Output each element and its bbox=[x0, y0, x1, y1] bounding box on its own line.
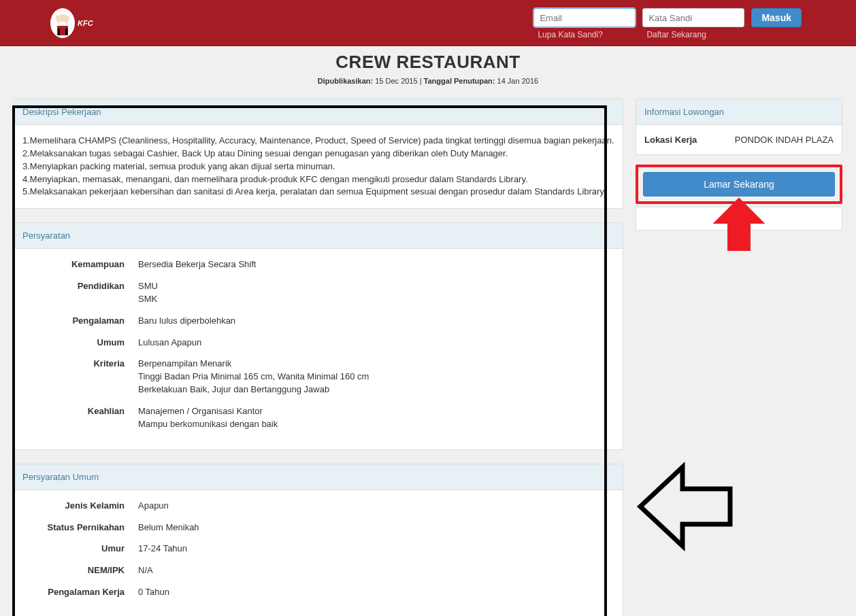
requirement-value: Berpenampilan MenarikTinggi Badan Pria M… bbox=[138, 358, 614, 396]
requirement-row: KriteriaBerpenampilan MenarikTinggi Bada… bbox=[22, 358, 614, 396]
svg-rect-4 bbox=[58, 29, 60, 35]
job-description-heading: Deskripsi Pekerjaan bbox=[14, 99, 623, 125]
requirement-label: Keahlian bbox=[22, 405, 138, 431]
requirement-value: 0 Tahun bbox=[138, 586, 614, 599]
sidebar: Informasi Lowongan Lokasi Kerja PONDOK I… bbox=[636, 99, 842, 230]
job-info-heading: Informasi Lowongan bbox=[636, 99, 842, 125]
requirements-body: KemampuanBersedia Bekerja Secara ShiftPe… bbox=[14, 249, 623, 449]
site-header: KFC Masuk Lupa Kata Sandi? Daftar Sekara… bbox=[0, 0, 856, 46]
publication-line: Dipublikasikan: 15 Dec 2015 | Tanggal Pe… bbox=[0, 77, 856, 85]
requirement-label: NEM/IPK bbox=[22, 564, 138, 577]
page-title: CREW RESTAURANT bbox=[0, 52, 856, 73]
forgot-password-link[interactable]: Lupa Kata Sandi? bbox=[533, 30, 636, 39]
requirement-label: Status Pernikahan bbox=[22, 521, 138, 534]
requirement-row: KemampuanBersedia Bekerja Secara Shift bbox=[22, 258, 614, 271]
requirement-row: NEM/IPKN/A bbox=[22, 564, 614, 577]
description-line: 4.Menyiapkan, memasak, menangani, dan me… bbox=[22, 173, 614, 186]
requirement-label: Jenis Kelamin bbox=[22, 500, 138, 513]
requirement-value: Manajemen / Organisasi KantorMampu berko… bbox=[138, 405, 614, 431]
requirement-value: SMUSMK bbox=[138, 280, 614, 306]
requirement-value: Lulusan Apapun bbox=[138, 337, 614, 349]
job-description-body: 1.Memelihara CHAMPS (Cleanliness, Hospit… bbox=[14, 125, 623, 208]
kfc-logo[interactable]: KFC bbox=[48, 5, 94, 41]
general-requirements-panel: Persyaratan Umum Jenis KelaminApapunStat… bbox=[14, 464, 623, 616]
requirement-value: Baru lulus diperbolehkan bbox=[138, 315, 614, 328]
job-info-panel: Informasi Lowongan Lokasi Kerja PONDOK I… bbox=[636, 99, 842, 155]
requirements-heading: Persyaratan bbox=[14, 223, 623, 249]
requirement-value: N/A bbox=[138, 564, 614, 577]
requirement-label: Kemampuan bbox=[22, 258, 138, 271]
login-area: Masuk Lupa Kata Sandi? Daftar Sekarang bbox=[533, 8, 802, 39]
published-date: 15 Dec 2015 bbox=[375, 77, 417, 85]
requirement-label: Pendidikan bbox=[22, 280, 138, 306]
apply-button[interactable]: Lamar Sekarang bbox=[643, 172, 835, 196]
requirement-row: Status PernikahanBelum Menikah bbox=[22, 521, 614, 534]
requirement-label: Pengalaman Kerja bbox=[22, 586, 138, 599]
location-label: Lokasi Kerja bbox=[644, 135, 697, 145]
annotation-black-arrow-icon bbox=[635, 459, 737, 556]
requirements-panel: Persyaratan KemampuanBersedia Bekerja Se… bbox=[14, 222, 623, 449]
svg-text:KFC: KFC bbox=[78, 19, 94, 27]
requirement-value: Belum Menikah bbox=[138, 521, 614, 534]
requirement-row: Umur17-24 Tahun bbox=[22, 543, 614, 555]
login-button[interactable]: Masuk bbox=[751, 8, 802, 27]
requirement-label: Umum bbox=[22, 337, 138, 349]
description-line: 1.Memelihara CHAMPS (Cleanliness, Hospit… bbox=[22, 135, 614, 148]
requirement-value: Apapun bbox=[138, 500, 614, 513]
requirement-label: Umur bbox=[22, 543, 138, 555]
closing-label: Tanggal Penutupan: bbox=[424, 77, 495, 85]
requirement-label: Kriteria bbox=[22, 358, 138, 396]
requirement-row: Jenis KelaminApapun bbox=[22, 500, 614, 513]
description-line: 2.Melaksanakan tugas sebagai Cashier, Ba… bbox=[22, 148, 614, 160]
closing-date: 14 Jan 2016 bbox=[497, 77, 539, 85]
svg-rect-5 bbox=[65, 29, 67, 35]
main-content: Deskripsi Pekerjaan 1.Memelihara CHAMPS … bbox=[14, 99, 623, 616]
register-link[interactable]: Daftar Sekarang bbox=[642, 30, 744, 39]
requirement-row: PengalamanBaru lulus diperbolehkan bbox=[22, 315, 614, 328]
requirement-row: KeahlianManajemen / Organisasi KantorMam… bbox=[22, 405, 614, 431]
description-line: 5.Melaksanakan pekerjaan kebersihan dan … bbox=[22, 186, 614, 199]
general-requirements-heading: Persyaratan Umum bbox=[14, 464, 623, 490]
requirement-label: Pengalaman bbox=[22, 315, 138, 328]
svg-rect-3 bbox=[59, 22, 66, 24]
general-requirements-body: Jenis KelaminApapunStatus PernikahanBelu… bbox=[14, 490, 623, 616]
location-value: PONDOK INDAH PLAZA bbox=[735, 135, 834, 145]
published-label: Dipublikasikan: bbox=[318, 77, 373, 85]
annotation-red-arrow-icon bbox=[708, 196, 770, 256]
requirement-row: PendidikanSMUSMK bbox=[22, 280, 614, 306]
requirement-value: 17-24 Tahun bbox=[138, 543, 614, 555]
job-description-panel: Deskripsi Pekerjaan 1.Memelihara CHAMPS … bbox=[14, 99, 623, 209]
requirement-row: Pengalaman Kerja0 Tahun bbox=[22, 586, 614, 599]
requirement-row: UmumLulusan Apapun bbox=[22, 337, 614, 349]
requirement-value: Bersedia Bekerja Secara Shift bbox=[138, 258, 614, 271]
password-input[interactable] bbox=[642, 8, 744, 27]
email-input[interactable] bbox=[533, 8, 636, 27]
description-line: 3.Menyiapkan packing material, semua pro… bbox=[22, 160, 614, 173]
